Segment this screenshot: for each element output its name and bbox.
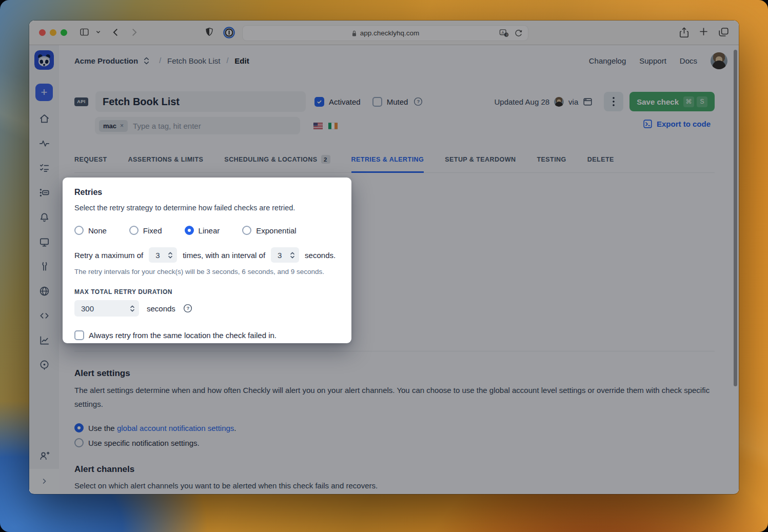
- us-flag-icon: [313, 123, 323, 129]
- muted-help-icon[interactable]: ?: [413, 97, 423, 106]
- checklist-icon[interactable]: [38, 162, 50, 174]
- max-duration-row: 300 seconds ?: [74, 300, 340, 317]
- tab-scheduling-locations[interactable]: SCHEDULING & LOCATIONS2: [224, 151, 330, 173]
- group-list-icon[interactable]: [38, 187, 50, 199]
- onepassword-extension-icon[interactable]: [223, 26, 235, 39]
- reload-icon[interactable]: [514, 29, 523, 38]
- strategy-fixed-option[interactable]: Fixed: [129, 226, 162, 235]
- retry-interval-input[interactable]: 3: [271, 247, 299, 263]
- invite-user-icon[interactable]: [38, 450, 50, 462]
- desktop-wallpaper: app.checklyhq.com A文: [0, 0, 768, 532]
- duration-help-icon[interactable]: ?: [183, 304, 192, 313]
- bell-icon[interactable]: [38, 211, 50, 223]
- retries-title: Retries: [74, 188, 340, 197]
- radio-icon[interactable]: [74, 226, 84, 235]
- kebab-icon: [613, 97, 615, 106]
- breadcrumb-check[interactable]: Fetch Book List: [167, 56, 220, 65]
- sidebar-toggle-icon[interactable]: [79, 27, 90, 37]
- monitor-icon[interactable]: [38, 236, 50, 248]
- page-scrollbar[interactable]: [734, 50, 737, 386]
- checkly-logo[interactable]: [34, 50, 54, 70]
- same-location-row[interactable]: Always retry from the same location the …: [74, 330, 340, 340]
- home-icon[interactable]: [38, 113, 50, 125]
- remove-tag-icon[interactable]: ×: [120, 122, 124, 129]
- user-avatar[interactable]: [711, 52, 727, 69]
- maintenance-icon[interactable]: [38, 261, 50, 272]
- new-tab-icon[interactable]: [699, 27, 708, 36]
- radio-selected-icon[interactable]: [74, 423, 84, 432]
- code-icon[interactable]: [38, 310, 50, 322]
- max-duration-input[interactable]: 300: [74, 300, 139, 317]
- create-new-button[interactable]: +: [35, 84, 53, 101]
- zoom-window-button[interactable]: [61, 29, 67, 36]
- save-check-button[interactable]: Save check ⌘ S: [629, 92, 715, 111]
- same-location-checkbox[interactable]: [74, 330, 84, 340]
- cmd-keycap: ⌘: [683, 96, 694, 107]
- show-tabs-icon[interactable]: [718, 27, 730, 37]
- tab-assertions-limits[interactable]: ASSERTIONS & LIMITS: [128, 151, 204, 173]
- radio-icon[interactable]: [129, 226, 139, 235]
- activity-icon[interactable]: [38, 137, 50, 149]
- tag-row: mac × Type a tag, hit enter Export to co…: [95, 117, 715, 134]
- muted-toggle[interactable]: Muted: [372, 97, 408, 107]
- account-switcher-icon[interactable]: [143, 56, 150, 65]
- strategy-none-option[interactable]: None: [74, 226, 107, 235]
- share-icon[interactable]: [679, 27, 690, 38]
- breadcrumb-separator: /: [226, 56, 228, 65]
- close-window-button[interactable]: [39, 29, 46, 36]
- strategy-linear-option[interactable]: Linear: [185, 226, 220, 235]
- strategy-exponential-option[interactable]: Exponential: [242, 226, 296, 235]
- changelog-link[interactable]: Changelog: [589, 56, 626, 65]
- globe-icon[interactable]: [38, 285, 50, 297]
- breadcrumb-account[interactable]: Acme Production: [74, 56, 138, 65]
- stepper-icon[interactable]: [290, 251, 295, 259]
- tab-setup-teardown[interactable]: SETUP & TEARDOWN: [445, 151, 516, 173]
- more-options-button[interactable]: [604, 92, 623, 111]
- minimize-window-button[interactable]: [50, 29, 56, 36]
- specific-settings-label: Use specific notification settings.: [88, 439, 200, 447]
- updated-label: Updated Aug 28: [494, 97, 549, 106]
- browser-window-icon: [583, 97, 593, 106]
- tag-chip[interactable]: mac ×: [99, 120, 128, 132]
- sidebar-expand-strip[interactable]: [29, 469, 59, 494]
- stepper-icon[interactable]: [168, 251, 173, 259]
- tag-input[interactable]: mac × Type a tag, hit enter: [95, 117, 300, 134]
- address-bar[interactable]: app.checklyhq.com A文: [242, 25, 528, 41]
- tab-testing[interactable]: TESTING: [537, 151, 566, 173]
- check-name-input[interactable]: Fetch Book List: [95, 91, 306, 112]
- muted-label: Muted: [387, 97, 408, 106]
- max-retries-input[interactable]: 3: [149, 247, 177, 263]
- alert-settings-section: Alert settings The alert settings determ…: [74, 351, 715, 492]
- via-label: via: [568, 97, 578, 106]
- support-link[interactable]: Support: [639, 56, 666, 65]
- tab-retries-alerting[interactable]: RETRIES & ALERTING: [351, 151, 424, 173]
- docs-link[interactable]: Docs: [680, 56, 697, 65]
- forward-button[interactable]: [128, 27, 140, 38]
- specific-settings-option[interactable]: Use specific notification settings.: [74, 438, 715, 447]
- locations-pin-icon[interactable]: [38, 359, 50, 371]
- chevron-right-icon: [40, 477, 49, 486]
- back-button[interactable]: [110, 27, 122, 38]
- radio-selected-icon[interactable]: [185, 226, 194, 235]
- activated-toggle[interactable]: Activated: [314, 97, 361, 107]
- retry-sentence-suffix: seconds.: [305, 251, 336, 260]
- export-to-code-link[interactable]: Export to code: [643, 119, 711, 129]
- activated-checkbox[interactable]: [314, 97, 324, 107]
- tab-delete[interactable]: DELETE: [587, 151, 614, 173]
- chevron-down-icon[interactable]: [95, 29, 101, 35]
- muted-checkbox[interactable]: [372, 97, 382, 107]
- privacy-shield-icon[interactable]: [205, 27, 214, 37]
- traffic-lights: [39, 29, 67, 36]
- retry-sentence-middle: times, with an interval of: [183, 251, 265, 260]
- radio-icon[interactable]: [242, 226, 251, 235]
- chart-icon[interactable]: [38, 334, 50, 346]
- breadcrumb-separator: /: [159, 56, 161, 65]
- max-duration-unit: seconds: [147, 304, 175, 313]
- safari-window: app.checklyhq.com A文: [29, 21, 739, 494]
- tab-request[interactable]: REQUEST: [74, 151, 107, 173]
- global-settings-option[interactable]: Use the global account notification sett…: [74, 423, 715, 432]
- radio-icon[interactable]: [74, 438, 84, 447]
- global-settings-link[interactable]: global account notification settings: [117, 424, 234, 432]
- stepper-icon[interactable]: [130, 305, 135, 312]
- translate-icon[interactable]: A文: [499, 29, 509, 38]
